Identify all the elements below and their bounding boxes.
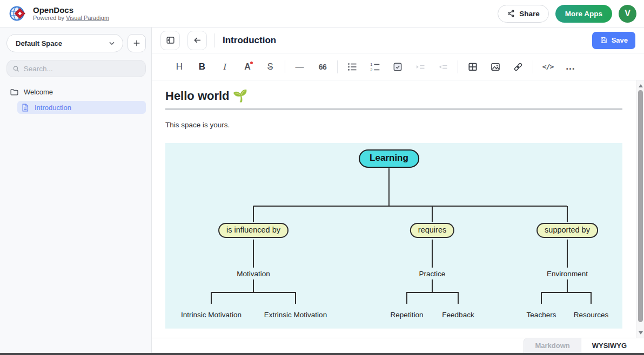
document-header: Introduction Save (152, 28, 644, 53)
checkbox-icon (392, 62, 403, 72)
diagram-concept-label: Environment (545, 270, 590, 278)
powered-by-text: Powered by (33, 15, 64, 21)
share-icon (507, 9, 515, 18)
outdent-button[interactable] (432, 58, 454, 76)
arrow-left-icon (192, 35, 203, 45)
indent-button[interactable] (409, 58, 432, 76)
diagram-concept-label: Practice (417, 270, 448, 278)
search-input[interactable] (24, 65, 140, 73)
brand-block: OpenDocs Powered by Visual Paradigm (33, 5, 109, 22)
toggle-sidebar-button[interactable] (160, 31, 180, 50)
numbered-list-icon: 1 2 (370, 62, 380, 72)
tree-item-label: Introduction (35, 104, 71, 112)
opendocs-app: OpenDocs Powered by Visual Paradigm Shar… (0, 0, 644, 355)
powered-by: Powered by Visual Paradigm (33, 15, 109, 22)
page-tree: Welcome Introduction (6, 86, 146, 114)
opendocs-logo-icon (8, 3, 28, 24)
main-panel: Introduction Save H B I A S — 66 (152, 28, 644, 353)
formatting-toolbar: H B I A S — 66 1 2 (152, 53, 644, 80)
diagram-leaf-label: Intrinsic Motivation (179, 311, 244, 319)
space-selector[interactable]: Default Space (6, 34, 123, 52)
strikethrough-button[interactable]: S (259, 58, 281, 76)
diagram-leaf-label: Extrinsic Motivation (262, 311, 329, 319)
vertical-scrollbar[interactable] (636, 80, 644, 338)
table-button[interactable] (461, 58, 484, 76)
save-icon (600, 36, 608, 44)
share-label: Share (519, 10, 540, 18)
diagram-leaf-label: Resources (572, 311, 611, 319)
numbered-list-button[interactable]: 1 2 (364, 58, 386, 76)
italic-button[interactable]: I (213, 58, 236, 76)
editor-canvas[interactable]: Hello world 🌱 This space is yours. Learn… (152, 80, 636, 338)
more-apps-button[interactable]: More Apps (555, 5, 612, 23)
link-button[interactable] (507, 58, 529, 76)
editor-area: Hello world 🌱 This space is yours. Learn… (152, 80, 644, 338)
horizontal-rule-button[interactable]: — (289, 58, 311, 76)
blockquote-button[interactable]: 66 (311, 58, 334, 76)
svg-text:1: 1 (370, 62, 372, 66)
tree-item-label: Welcome (24, 88, 53, 96)
divider (337, 60, 338, 73)
font-color-button[interactable]: A (236, 58, 259, 76)
divider (285, 60, 285, 73)
link-icon (513, 62, 524, 72)
code-button[interactable]: </> (536, 58, 559, 76)
bold-button[interactable]: B (191, 58, 213, 76)
task-list-button[interactable] (386, 58, 409, 76)
visual-paradigm-link[interactable]: Visual Paradigm (66, 15, 109, 21)
diagram-node-branch: requires (410, 223, 454, 238)
bullet-list-icon (347, 62, 358, 72)
diagram-node-branch: is influenced by (218, 223, 289, 238)
concept-map[interactable]: Learning is influenced by requires suppo… (165, 143, 622, 329)
table-icon (467, 62, 478, 72)
sidebar-item-introduction[interactable]: Introduction (17, 101, 146, 114)
indent-icon (415, 62, 426, 72)
status-bar: Markdown WYSIWYG (152, 338, 644, 353)
page-title: Introduction (223, 35, 276, 46)
sidebar-item-welcome[interactable]: Welcome (6, 86, 146, 98)
add-space-button[interactable] (128, 34, 146, 52)
bullet-list-button[interactable] (341, 58, 364, 76)
scrollbar-thumb[interactable] (638, 90, 643, 322)
save-label: Save (612, 36, 628, 44)
divider (214, 33, 215, 47)
image-button[interactable] (484, 58, 507, 76)
diagram-node-branch: supported by (536, 223, 598, 238)
sidebar: Default Space Welcome (0, 28, 152, 353)
share-button[interactable]: Share (498, 5, 549, 23)
plus-icon (132, 39, 141, 47)
top-bar: OpenDocs Powered by Visual Paradigm Shar… (0, 0, 644, 28)
diagram-concept-label: Motivation (234, 270, 272, 278)
back-button[interactable] (187, 31, 207, 50)
divider (458, 60, 458, 73)
font-color-glyph: A (244, 62, 251, 72)
more-options-button[interactable]: … (559, 58, 582, 76)
scroll-down-arrow[interactable] (636, 329, 644, 337)
scroll-up-arrow[interactable] (636, 81, 644, 90)
bottom-edge (0, 353, 644, 355)
document-icon (21, 103, 30, 112)
doc-paragraph: This space is yours. (165, 121, 622, 129)
user-avatar[interactable]: V (619, 5, 636, 23)
image-icon (490, 62, 501, 72)
diagram-leaf-label: Feedback (440, 311, 476, 319)
space-selector-value: Default Space (16, 39, 108, 47)
diagram-leaf-label: Repetition (388, 311, 426, 319)
outdent-icon (438, 62, 448, 72)
svg-text:2: 2 (370, 67, 372, 72)
color-dot (250, 62, 253, 64)
tab-markdown[interactable]: Markdown (524, 338, 581, 353)
panel-toggle-icon (165, 35, 176, 45)
folder-icon (10, 87, 19, 97)
search-box[interactable] (6, 60, 146, 77)
heading-button[interactable]: H (168, 58, 191, 76)
tab-wysiwyg[interactable]: WYSIWYG (581, 338, 638, 353)
app-title: OpenDocs (33, 5, 109, 15)
doc-heading: Hello world 🌱 (165, 89, 622, 110)
search-icon (12, 65, 20, 73)
diagram-node-root: Learning (359, 149, 419, 168)
chevron-down-icon (108, 39, 116, 47)
diagram-leaf-label: Teachers (525, 311, 559, 319)
divider (533, 60, 533, 73)
save-button[interactable]: Save (592, 32, 635, 49)
